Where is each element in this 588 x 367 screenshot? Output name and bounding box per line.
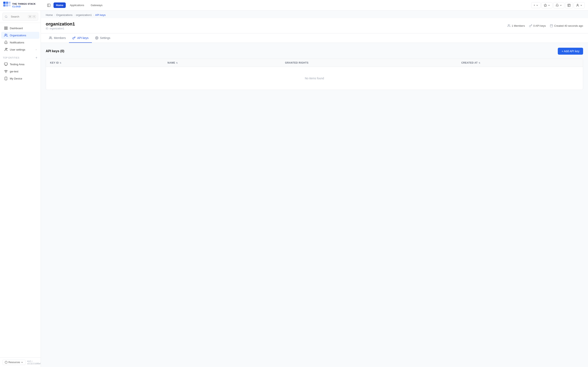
sidebar-toggle-button[interactable] bbox=[46, 2, 52, 8]
top-entities-label: Top entities bbox=[3, 57, 19, 59]
chevron-down-sidebar-icon bbox=[21, 361, 23, 364]
svg-rect-30 bbox=[550, 25, 553, 27]
user-icon bbox=[576, 4, 579, 7]
org-info: organization1 ID: organization1 bbox=[46, 21, 75, 30]
org-api-keys-meta: 0 API keys bbox=[529, 24, 546, 27]
svg-rect-1 bbox=[6, 2, 8, 4]
breadcrumb-sep-2: › bbox=[74, 13, 75, 17]
chart-button[interactable] bbox=[565, 2, 573, 8]
notifications-button[interactable] bbox=[553, 2, 564, 8]
table-header: KEY ID ⇅ NAME ⇅ GRANTED RIGHTS CREATED A… bbox=[46, 59, 583, 67]
calendar-meta-icon bbox=[550, 24, 553, 27]
svg-rect-14 bbox=[6, 27, 7, 28]
chevron-down-icon4 bbox=[580, 4, 582, 7]
sidebar-item-user-settings[interactable]: User settings › bbox=[1, 46, 39, 53]
tab-api-keys[interactable]: API keys bbox=[69, 33, 92, 43]
content-header: API keys (0) + Add API key bbox=[46, 48, 583, 55]
svg-line-12 bbox=[7, 17, 7, 18]
tabs: Members API keys Settings bbox=[41, 33, 588, 43]
svg-rect-0 bbox=[3, 2, 6, 4]
content-area: API keys (0) + Add API key KEY ID ⇅ NAME… bbox=[41, 43, 588, 367]
add-api-key-label: + Add API key bbox=[562, 50, 579, 53]
search-wrapper[interactable]: ⌘ K bbox=[2, 13, 38, 21]
svg-point-29 bbox=[508, 25, 509, 25]
api-keys-count: 0 API keys bbox=[533, 24, 546, 27]
chevron-down-icon3 bbox=[560, 4, 562, 7]
col-created-at[interactable]: CREATED AT ⇅ bbox=[461, 61, 579, 64]
breadcrumb-sep-3: › bbox=[93, 13, 94, 17]
svg-point-17 bbox=[5, 34, 6, 35]
organizations-label: Organizations bbox=[10, 34, 36, 37]
svg-rect-16 bbox=[6, 29, 7, 30]
main-content: Home › Organizations › organization1 › A… bbox=[41, 11, 588, 367]
logo-text: THE THINGS STACK CLOUD bbox=[12, 3, 36, 8]
org-created-meta: Created 40 seconds ago bbox=[550, 24, 583, 27]
key-meta-icon bbox=[529, 24, 532, 27]
col-name[interactable]: NAME ⇅ bbox=[168, 61, 285, 64]
gear-tab-icon bbox=[95, 36, 98, 40]
logo-icon bbox=[3, 2, 11, 9]
sidebar-item-my-device[interactable]: My Device bbox=[1, 75, 39, 82]
sidebar-item-testing-area[interactable]: Testing Area bbox=[1, 61, 39, 68]
svg-rect-3 bbox=[6, 4, 8, 7]
sidebar-item-dashboard[interactable]: Dashboard bbox=[1, 25, 39, 32]
api-keys-table: KEY ID ⇅ NAME ⇅ GRANTED RIGHTS CREATED A… bbox=[46, 59, 583, 90]
topbar-home-button[interactable]: Home bbox=[53, 2, 66, 8]
add-api-key-button[interactable]: + Add API key bbox=[558, 48, 583, 55]
search-input[interactable] bbox=[9, 14, 27, 19]
sidebar-item-gw-test[interactable]: gw-test bbox=[1, 68, 39, 75]
col-granted-rights: GRANTED RIGHTS bbox=[285, 61, 461, 64]
topbar-gateways-button[interactable]: Gateways bbox=[88, 2, 105, 8]
application-icon bbox=[4, 62, 8, 66]
info-icon bbox=[5, 361, 8, 364]
gateway-icon bbox=[4, 69, 8, 73]
sort-icon-key-id: ⇅ bbox=[60, 62, 61, 64]
created-at: Created 40 seconds ago bbox=[554, 24, 583, 27]
breadcrumb-home[interactable]: Home bbox=[46, 13, 53, 17]
sidebar: ⌘ K Dashboard Organizations Notification… bbox=[0, 11, 41, 367]
search-icon bbox=[5, 15, 8, 18]
members-tab-label: Members bbox=[54, 36, 66, 40]
svg-point-11 bbox=[5, 16, 7, 17]
svg-point-23 bbox=[6, 72, 6, 73]
sidebar-item-organizations[interactable]: Organizations bbox=[1, 32, 39, 39]
svg-rect-6 bbox=[47, 4, 50, 7]
org-id: ID: organization1 bbox=[46, 27, 75, 30]
top-entities-header: Top entities + bbox=[0, 53, 41, 60]
add-entity-button[interactable]: + bbox=[35, 56, 38, 60]
topbar-applications-button[interactable]: Applications bbox=[67, 2, 86, 8]
topbar: THE THINGS STACK CLOUD Home Applications… bbox=[0, 0, 588, 11]
bell-sidebar-icon bbox=[4, 41, 8, 44]
plus-icon: + bbox=[534, 4, 535, 7]
breadcrumb-org1[interactable]: organization1 bbox=[76, 13, 92, 17]
col-key-id[interactable]: KEY ID ⇅ bbox=[50, 61, 168, 64]
sidebar-footer: Resources eu1 • v3.32.0.b96e907c31 bbox=[0, 358, 41, 367]
grid-icon bbox=[4, 26, 8, 30]
breadcrumb-sep-1: › bbox=[54, 13, 55, 17]
chevron-down-icon2 bbox=[548, 4, 550, 7]
breadcrumb-organizations[interactable]: Organizations bbox=[56, 13, 72, 17]
device-icon bbox=[4, 77, 8, 80]
logo: THE THINGS STACK CLOUD bbox=[3, 2, 44, 9]
dashboard-label: Dashboard bbox=[10, 27, 36, 30]
logo-top: THE THINGS STACK bbox=[12, 3, 36, 5]
bookmarks-button[interactable] bbox=[541, 2, 553, 8]
notifications-label: Notifications bbox=[10, 41, 36, 44]
resources-label: Resources bbox=[8, 361, 20, 364]
sidebar-item-notifications[interactable]: Notifications bbox=[1, 39, 39, 46]
version-text: eu1 • v3.32.0.b96e907c31 bbox=[27, 360, 41, 365]
user-button[interactable] bbox=[574, 2, 585, 8]
add-button[interactable]: + bbox=[531, 2, 541, 8]
members-tab-icon bbox=[49, 36, 52, 40]
star-icon bbox=[544, 4, 547, 7]
col-name-label: NAME bbox=[168, 61, 175, 64]
svg-rect-13 bbox=[4, 27, 6, 28]
chart-icon bbox=[567, 4, 571, 7]
col-granted-rights-label: GRANTED RIGHTS bbox=[285, 61, 309, 64]
tab-settings[interactable]: Settings bbox=[92, 33, 114, 43]
resources-button[interactable]: Resources bbox=[2, 360, 26, 365]
svg-rect-5 bbox=[9, 4, 11, 6]
person-settings-icon bbox=[4, 48, 8, 51]
tab-members[interactable]: Members bbox=[46, 33, 69, 43]
gw-test-label: gw-test bbox=[10, 70, 36, 73]
